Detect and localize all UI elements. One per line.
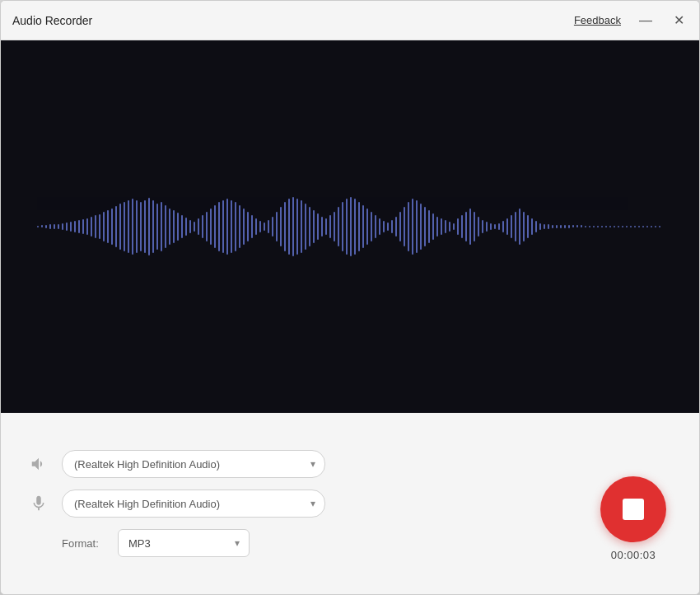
mic-row: (Realtek High Definition Audio) ▾ xyxy=(26,490,674,518)
controls-area: (Realtek High Definition Audio) ▾ (Realt… xyxy=(1,413,699,594)
svg-rect-12 xyxy=(86,218,88,235)
minimize-button[interactable]: — xyxy=(636,12,656,29)
waveform-svg xyxy=(37,194,663,260)
svg-rect-18 xyxy=(111,208,113,245)
svg-rect-130 xyxy=(572,225,574,227)
svg-rect-86 xyxy=(391,220,393,233)
svg-rect-0 xyxy=(37,226,39,227)
format-label: Format: xyxy=(62,537,108,550)
svg-rect-105 xyxy=(469,208,471,245)
svg-rect-3 xyxy=(49,224,51,229)
svg-rect-77 xyxy=(354,199,356,255)
svg-rect-91 xyxy=(412,199,413,255)
svg-rect-90 xyxy=(408,202,409,251)
svg-rect-64 xyxy=(301,200,302,253)
svg-rect-23 xyxy=(132,199,133,255)
stop-button[interactable] xyxy=(600,476,666,542)
svg-rect-37 xyxy=(189,220,191,233)
feedback-link[interactable]: Feedback xyxy=(574,14,621,26)
svg-rect-150 xyxy=(655,226,656,227)
svg-rect-116 xyxy=(515,212,516,241)
svg-rect-52 xyxy=(251,215,253,238)
svg-rect-13 xyxy=(91,217,92,237)
format-select[interactable]: MP3 WAV AAC FLAC xyxy=(118,529,250,557)
speaker-row: (Realtek High Definition Audio) ▾ xyxy=(26,450,674,478)
svg-rect-112 xyxy=(498,223,500,230)
svg-rect-9 xyxy=(74,221,76,232)
svg-rect-76 xyxy=(350,197,352,256)
svg-rect-85 xyxy=(387,223,389,231)
svg-rect-25 xyxy=(140,202,142,251)
svg-rect-43 xyxy=(214,205,216,248)
svg-rect-7 xyxy=(66,223,68,231)
svg-rect-49 xyxy=(239,205,240,248)
svg-rect-100 xyxy=(449,222,450,232)
svg-rect-56 xyxy=(268,220,269,233)
svg-rect-44 xyxy=(218,202,220,251)
format-select-wrapper[interactable]: MP3 WAV AAC FLAC ▾ xyxy=(118,529,250,557)
svg-rect-55 xyxy=(264,223,265,231)
svg-rect-151 xyxy=(659,226,660,227)
svg-rect-1 xyxy=(41,225,43,227)
svg-rect-140 xyxy=(614,226,615,227)
svg-rect-118 xyxy=(523,212,525,241)
svg-rect-16 xyxy=(103,212,105,241)
svg-rect-138 xyxy=(605,226,607,227)
svg-rect-4 xyxy=(54,224,55,229)
svg-rect-29 xyxy=(156,204,158,250)
speaker-select-wrapper[interactable]: (Realtek High Definition Audio) ▾ xyxy=(62,450,325,478)
svg-rect-94 xyxy=(424,207,426,246)
svg-rect-104 xyxy=(465,212,467,241)
svg-rect-141 xyxy=(618,226,619,227)
svg-rect-50 xyxy=(243,208,245,245)
svg-rect-106 xyxy=(474,212,475,241)
svg-rect-79 xyxy=(362,205,364,248)
speaker-select[interactable]: (Realtek High Definition Audio) xyxy=(62,450,325,478)
svg-rect-89 xyxy=(404,207,405,246)
svg-rect-31 xyxy=(165,205,166,248)
svg-rect-143 xyxy=(626,226,628,227)
stop-icon xyxy=(623,499,644,520)
svg-rect-80 xyxy=(366,208,368,245)
svg-rect-32 xyxy=(169,208,170,245)
timer-display: 00:00:03 xyxy=(611,549,656,561)
svg-rect-20 xyxy=(119,204,121,250)
window-title: Audio Recorder xyxy=(12,14,574,27)
svg-rect-61 xyxy=(288,199,290,255)
svg-rect-98 xyxy=(441,218,442,235)
format-row: Format: MP3 WAV AAC FLAC ▾ xyxy=(26,529,674,557)
svg-rect-33 xyxy=(173,210,175,243)
svg-rect-92 xyxy=(416,200,418,253)
svg-rect-120 xyxy=(531,218,533,235)
svg-rect-10 xyxy=(78,220,80,233)
mic-select[interactable]: (Realtek High Definition Audio) xyxy=(62,490,325,518)
close-button[interactable]: ✕ xyxy=(670,12,688,29)
svg-rect-102 xyxy=(457,218,459,235)
svg-rect-132 xyxy=(581,225,582,227)
svg-rect-39 xyxy=(198,218,199,235)
svg-rect-40 xyxy=(202,215,203,238)
svg-rect-30 xyxy=(161,202,162,251)
svg-rect-142 xyxy=(622,226,623,227)
waveform-area xyxy=(1,40,699,413)
svg-rect-93 xyxy=(420,204,422,250)
svg-rect-148 xyxy=(646,226,648,227)
titlebar-actions: Feedback — ✕ xyxy=(574,12,688,29)
svg-rect-21 xyxy=(124,202,125,251)
svg-rect-83 xyxy=(379,218,380,235)
svg-rect-139 xyxy=(609,226,611,227)
mic-icon xyxy=(26,490,52,517)
mic-select-wrapper[interactable]: (Realtek High Definition Audio) ▾ xyxy=(62,490,325,518)
svg-rect-124 xyxy=(548,224,549,229)
svg-rect-81 xyxy=(371,212,372,241)
svg-rect-54 xyxy=(259,221,261,232)
svg-rect-57 xyxy=(272,217,273,237)
svg-rect-101 xyxy=(453,223,455,230)
format-icon-placeholder xyxy=(26,530,52,556)
svg-rect-73 xyxy=(338,207,339,246)
svg-rect-99 xyxy=(445,220,446,233)
svg-rect-11 xyxy=(82,219,84,234)
svg-rect-71 xyxy=(329,215,331,238)
svg-rect-146 xyxy=(638,226,640,227)
svg-rect-2 xyxy=(45,225,47,228)
